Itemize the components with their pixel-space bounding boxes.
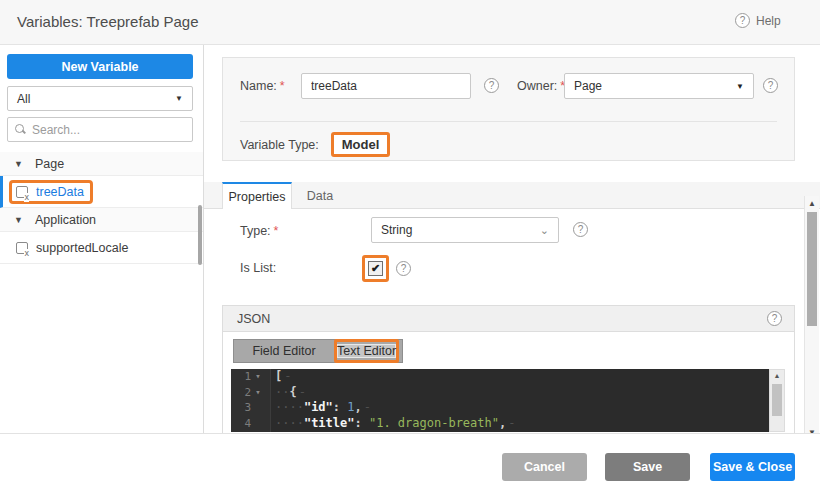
owner-selected-value: Page xyxy=(574,79,602,93)
save-button[interactable]: Save xyxy=(605,453,690,481)
variables-dialog: Variables: Treeprefab Page ? Help New Va… xyxy=(0,0,820,490)
group-expanded-icon: ▼ xyxy=(14,159,23,169)
variable-type-value: Model xyxy=(342,137,380,152)
chevron-down-icon: ⌄ xyxy=(540,224,549,237)
content-scrollbar-thumb[interactable] xyxy=(807,212,817,326)
tab-data[interactable]: Data xyxy=(292,182,348,209)
save-and-close-button[interactable]: Save & Close xyxy=(710,453,795,481)
owner-select[interactable]: Page ▼ xyxy=(564,73,754,99)
help-label: Help xyxy=(756,14,781,28)
group-page-label: Page xyxy=(35,157,64,171)
code-line: [- xyxy=(275,369,769,385)
variable-filter-select[interactable]: All ▼ xyxy=(7,86,193,111)
editor-scrollbar[interactable]: ▲ xyxy=(769,369,785,432)
treedata-label: treeData xyxy=(36,185,84,199)
variable-type-label: Variable Type: xyxy=(240,138,319,152)
text-editor-button[interactable]: Text Editor xyxy=(337,344,396,358)
line-number: 3 xyxy=(231,400,251,416)
is-list-annotation-box: ✔ xyxy=(362,255,389,282)
filter-selected-value: All xyxy=(17,92,30,106)
editor-scrollbar-thumb[interactable] xyxy=(772,384,782,416)
tree-group-application[interactable]: ▼ Application xyxy=(0,208,203,232)
name-field[interactable] xyxy=(301,73,471,99)
fold-arrow-icon[interactable]: ▾ xyxy=(251,385,265,401)
json-code-editor[interactable]: 1▾ 2▾ 3 4 [- ··{- ····"id": 1,- ····"tit… xyxy=(231,369,769,432)
tree-item-supportedlocale[interactable]: x supportedLocale xyxy=(0,232,203,264)
type-label: Type:* xyxy=(240,224,278,238)
json-panel: JSON ? Field Editor Text Editor 1▾ 2▾ 3 … xyxy=(222,305,795,433)
scroll-up-icon[interactable]: ▲ xyxy=(770,372,784,379)
search-input[interactable] xyxy=(32,123,172,137)
model-variable-icon: x xyxy=(16,186,28,198)
detail-tabbar: Properties Data xyxy=(204,182,820,209)
help-link[interactable]: ? Help xyxy=(735,13,781,28)
json-panel-header: JSON ? xyxy=(223,306,794,332)
owner-help-icon[interactable]: ? xyxy=(763,78,778,93)
line-number: 1 xyxy=(231,369,251,385)
line-number: 2 xyxy=(231,385,251,401)
editor-code-area: [- ··{- ····"id": 1,- ····"title": "1. d… xyxy=(275,369,769,431)
page-title: Variables: Treeprefab Page xyxy=(17,13,199,30)
line-number: 4 xyxy=(231,416,251,432)
variables-tree: ▼ Page x treeData ▼ Application x suppor… xyxy=(0,152,203,264)
code-line: ··{- xyxy=(275,385,769,401)
name-label: Name:* xyxy=(240,79,285,93)
dropdown-arrow-icon: ▼ xyxy=(736,82,744,91)
editor-mode-toggle: Field Editor Text Editor xyxy=(233,339,403,363)
tree-item-treedata[interactable]: x treeData xyxy=(0,176,203,208)
editor-gutter: 1▾ 2▾ 3 4 xyxy=(231,369,271,432)
json-help-icon[interactable]: ? xyxy=(767,311,782,326)
owner-label: Owner:* xyxy=(517,79,565,93)
field-editor-button[interactable]: Field Editor xyxy=(234,344,334,358)
type-selected-value: String xyxy=(381,223,412,237)
supportedlocale-label: supportedLocale xyxy=(36,241,128,255)
code-line: ····"title": "1. dragon-breath",- xyxy=(275,416,769,432)
group-application-label: Application xyxy=(35,213,96,227)
is-list-checkbox[interactable]: ✔ xyxy=(368,261,383,276)
help-icon: ? xyxy=(735,13,750,28)
variable-search xyxy=(7,117,193,142)
group-expanded-icon: ▼ xyxy=(14,215,23,225)
tree-group-page[interactable]: ▼ Page xyxy=(0,152,203,176)
variable-summary-card: Name:* ? Owner:* Page ▼ ? Variable Type:… xyxy=(222,57,795,161)
treedata-annotation-box: x treeData xyxy=(9,180,93,204)
scroll-up-icon[interactable]: ▲ xyxy=(805,199,819,208)
code-line: ····"id": 1,- xyxy=(275,400,769,416)
text-editor-annotation-box: Text Editor xyxy=(334,339,399,363)
is-list-help-icon[interactable]: ? xyxy=(396,261,411,276)
dialog-header: Variables: Treeprefab Page ? Help xyxy=(0,0,820,45)
dialog-footer: Cancel Save Save & Close xyxy=(0,433,820,490)
fold-arrow-icon[interactable]: ▾ xyxy=(251,369,265,385)
model-variable-icon: x xyxy=(16,242,28,254)
variables-sidebar: New Variable All ▼ ▼ Page x treeData ▼ A… xyxy=(0,45,204,433)
required-marker: * xyxy=(274,224,279,238)
new-variable-button[interactable]: New Variable xyxy=(7,54,193,79)
type-select[interactable]: String ⌄ xyxy=(371,217,559,243)
json-title: JSON xyxy=(237,312,270,326)
tab-properties[interactable]: Properties xyxy=(222,182,292,210)
cancel-button[interactable]: Cancel xyxy=(502,453,587,481)
is-list-label: Is List: xyxy=(240,261,276,275)
card-divider xyxy=(240,121,777,122)
type-help-icon[interactable]: ? xyxy=(573,222,588,237)
sidebar-scrollbar-thumb[interactable] xyxy=(198,205,202,265)
variable-type-annotation-box: Model xyxy=(331,132,391,157)
content-scrollbar[interactable]: ▲ ▼ xyxy=(804,196,819,440)
search-icon xyxy=(15,124,26,135)
dropdown-arrow-icon: ▼ xyxy=(175,94,183,103)
name-help-icon[interactable]: ? xyxy=(484,78,499,93)
required-marker: * xyxy=(280,79,285,93)
